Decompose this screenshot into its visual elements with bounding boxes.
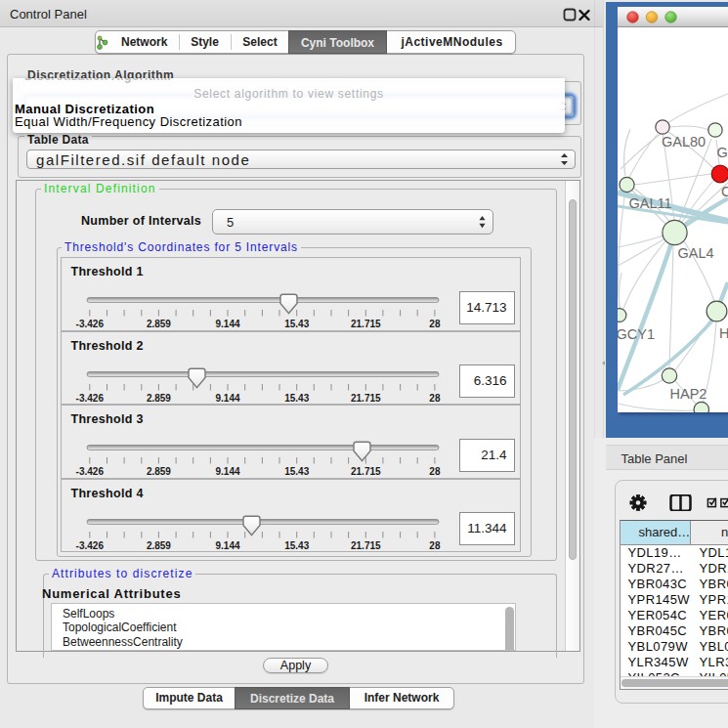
svg-text:HAP2: HAP2 <box>670 386 707 402</box>
svg-text:2.859: 2.859 <box>146 319 170 329</box>
svg-text:28: 28 <box>429 466 441 477</box>
svg-text:GAL4: GAL4 <box>678 245 714 261</box>
svg-text:28: 28 <box>429 540 441 551</box>
svg-text:-3.426: -3.426 <box>75 466 104 477</box>
svg-text:15.43: 15.43 <box>284 540 309 551</box>
svg-text:GAL: GAL <box>717 145 728 160</box>
svg-text:GAL80: GAL80 <box>662 134 706 150</box>
svg-text:GAL11: GAL11 <box>629 195 672 211</box>
svg-text:-3.426: -3.426 <box>75 393 104 404</box>
svg-text:21.715: 21.715 <box>351 393 381 404</box>
svg-text:CC: CC <box>721 184 728 199</box>
svg-text:15.43: 15.43 <box>284 393 309 404</box>
svg-text:28: 28 <box>429 319 441 329</box>
svg-text:9.144: 9.144 <box>215 540 239 551</box>
svg-text:2.859: 2.859 <box>146 540 170 551</box>
svg-text:9.144: 9.144 <box>215 393 239 404</box>
svg-text:2.859: 2.859 <box>146 466 170 477</box>
svg-text:15.43: 15.43 <box>284 466 309 477</box>
svg-text:GCY1: GCY1 <box>618 326 655 342</box>
svg-text:21.715: 21.715 <box>351 540 381 551</box>
svg-text:9.144: 9.144 <box>215 466 239 477</box>
svg-text:21.715: 21.715 <box>351 466 381 477</box>
svg-text:-3.426: -3.426 <box>75 319 104 329</box>
svg-text:21.715: 21.715 <box>351 319 381 329</box>
svg-text:-3.426: -3.426 <box>75 540 104 551</box>
svg-text:15.43: 15.43 <box>284 319 309 329</box>
svg-text:9.144: 9.144 <box>215 319 239 329</box>
svg-text:2.859: 2.859 <box>146 393 170 404</box>
svg-text:HX: HX <box>719 325 728 341</box>
svg-text:28: 28 <box>429 393 441 404</box>
